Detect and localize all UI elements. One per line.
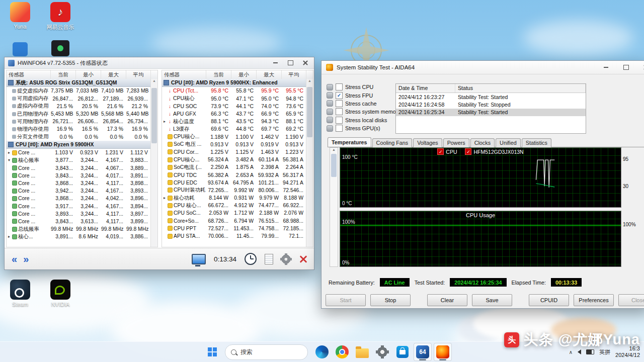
stress-option[interactable]: Stress local disks (327, 116, 394, 124)
cpuid-button[interactable]: CPUID (529, 294, 569, 306)
expand-icon[interactable]: ▾ (7, 158, 11, 162)
sensor-row[interactable]: CPU PPT72.527...11.453...74.758...72.185… (162, 225, 306, 232)
sensor-group-header[interactable]: CPU [#0]: AMD Ryzen 9 5900HX: Enhanced (162, 79, 306, 87)
sensor-row[interactable]: CPU TDC56.382 A2.653 A59.932 A56.317 A (162, 171, 306, 178)
start-button[interactable] (204, 344, 221, 360)
taskbar-icon-edge[interactable] (313, 343, 331, 361)
tab-temperatures[interactable]: Temperatures (328, 137, 371, 147)
sensor-row[interactable]: ↓L3缓存69.6 °C44.8 °C69.7 °C69.2 °C (162, 125, 306, 133)
sensor-row[interactable]: Core ...3,843...3,613...4,117...3,899... (7, 218, 151, 225)
sensor-row[interactable]: 提交虚拟内存7,375 MB7,033 MB7,410 MB7,283 MB (7, 87, 151, 95)
desktop-icon-netease-music[interactable]: ♪ 网易云音乐 (41, 2, 79, 31)
sensor-row[interactable]: Core ...3,917...3,244...4,167...3,894... (7, 202, 151, 210)
expand-icon[interactable]: ▸ (163, 119, 167, 124)
sensor-row[interactable]: Core ...3,868...3,244...4,117...3,898... (7, 179, 151, 187)
checkbox[interactable] (336, 125, 343, 132)
sensor-row[interactable]: Core ...3,843...3,244...4,017...3,891... (7, 172, 151, 179)
sensor-row[interactable]: Core+So...68.726...6.794 W76.515...68.98… (162, 217, 306, 225)
sensor-row[interactable]: CPU Cor...1.225 V1.125 V1.463 V1.223 V (162, 148, 306, 156)
hw-column-header-1[interactable]: 当前 (206, 70, 231, 79)
sensor-row[interactable]: ↓CPU (Tct...95.8 °C55.8 °C95.9 °C95.5 °C (162, 87, 306, 95)
maximize-button[interactable] (616, 61, 636, 74)
sensor-row[interactable]: CPU核心...56.324 A3.482 A60.114 A56.381 A (162, 156, 306, 163)
hw-column-header-1[interactable]: 当前 (51, 70, 76, 79)
hw-column-header-2[interactable]: 最小 (231, 70, 257, 79)
sensor-row[interactable]: SoC 电压 ...0.913 V0.913 V0.919 V0.913 V (162, 141, 306, 148)
report-icon[interactable] (265, 254, 273, 264)
sensor-row[interactable]: CPU核心...1.188 V1.100 V1.462 V1.190 V (162, 133, 306, 141)
scrollbar-thumb[interactable] (151, 88, 157, 143)
hw-column-header-3[interactable]: 最大 (257, 70, 282, 79)
checkbox[interactable] (336, 117, 343, 124)
log-column-datetime[interactable]: Date & Time (396, 84, 455, 93)
sensor-row[interactable]: SoC电流 (...2.250 A1.875 A2.398 A2.264 A (162, 163, 306, 171)
close-button[interactable] (636, 61, 644, 74)
checkbox[interactable] (336, 83, 343, 90)
scrollbar-vertical[interactable]: ▲ (150, 79, 157, 247)
tab-cooling-fans[interactable]: Cooling Fans (372, 138, 413, 147)
expand-icon[interactable]: ▸ (163, 196, 167, 200)
tab-unified[interactable]: Unified (496, 138, 521, 147)
sensor-row[interactable]: ▸Core ...1.103 V0.923 V1.231 V1.112 V (7, 149, 151, 156)
sensor-row[interactable]: 已用物理内存5,453 MB5,320 MB5,568 MB5,440 MB (7, 110, 151, 118)
sensor-row[interactable]: 可用物理内存26,721...26,606...26,854...26,734.… (7, 118, 151, 125)
minimize-button[interactable] (596, 61, 616, 74)
close-sensors-icon[interactable] (299, 254, 308, 263)
scrollbar-thumb[interactable] (331, 154, 337, 177)
sensor-row[interactable]: Core ...3,893...3,244...4,117...3,897... (7, 210, 151, 218)
taskbar-icon-file-explorer[interactable] (353, 343, 371, 361)
monitor-graph-icon[interactable] (192, 254, 206, 264)
hw-column-header-4[interactable]: 平均 (282, 70, 306, 79)
hwinfo-titlebar[interactable]: HWiNFO64 v7.72-5355 - 传感器状态 (5, 57, 314, 69)
maximize-button[interactable] (283, 58, 298, 68)
taskbar-icon-aida64[interactable] (434, 343, 452, 361)
stress-option[interactable]: Stress CPU (327, 83, 394, 91)
close-button[interactable] (298, 58, 313, 68)
expand-icon[interactable]: ▸ (7, 234, 11, 239)
sensor-row[interactable]: CPU 核心...66.672...4.912 W74.477...66.922… (162, 202, 306, 209)
sensor-row[interactable]: 可用虚拟内存26,847...26,812...27,189...26,939.… (7, 95, 151, 103)
hw-column-header-2[interactable]: 最小 (76, 70, 101, 79)
clock-icon[interactable] (245, 253, 257, 265)
stop-button[interactable]: Stop (370, 294, 411, 306)
desktop-icon-partially-hidden[interactable] (13, 42, 28, 56)
taskbar-icon-hwinfo[interactable]: 64 (414, 343, 432, 361)
taskbar-search[interactable]: 搜索 (225, 344, 308, 360)
desktop-icon-nvidia[interactable]: NVIDIA (41, 280, 79, 307)
sensor-row[interactable]: 物理内存使用16.9 %16.5 %17.3 %16.9 % (7, 125, 151, 133)
save-button[interactable]: Save (472, 294, 512, 306)
log-column-status[interactable]: Status (455, 84, 586, 93)
hw-column-header-4[interactable]: 平均 (126, 70, 151, 79)
forward-arrows-button[interactable]: » (23, 253, 28, 265)
tab-clocks[interactable]: Clocks (470, 138, 495, 147)
legend-item[interactable]: ✓HFM512GD3JX013N (465, 148, 523, 155)
log-row[interactable]: 2024/4/12 16:23:27Stability Test: Starte… (396, 93, 586, 101)
taskbar-icon-store[interactable] (393, 343, 412, 361)
sensor-group-header[interactable]: CPU [#0]: AMD Ryzen 9 5900HX (7, 141, 151, 149)
back-arrows-button[interactable]: « (12, 253, 16, 265)
speaker-icon[interactable] (578, 349, 581, 354)
tab-powers[interactable]: Powers (443, 138, 469, 147)
stress-option[interactable]: Stress system memory (327, 108, 394, 116)
stress-option[interactable]: Stress GPU(s) (327, 124, 394, 132)
legend-checkbox[interactable]: ✓ (437, 148, 444, 155)
sensor-row[interactable]: Core ...3,942...3,244...4,167...3,893... (7, 187, 151, 195)
sensor-row[interactable]: ↓APU GFX66.3 °C43.7 °C66.9 °C65.9 °C (162, 110, 306, 118)
log-row[interactable]: 2024/4/12 16:25:34Stability Test: Starte… (396, 109, 586, 116)
checkbox[interactable] (336, 108, 343, 115)
scrollbar-thumb[interactable] (307, 87, 312, 137)
hw-column-header-0[interactable]: 传感器 (7, 70, 51, 79)
tray-overflow-chevron-icon[interactable]: ∧ (569, 349, 573, 355)
battery-icon[interactable] (586, 349, 594, 354)
sensor-row[interactable]: Core ...3,868...3,244...4,042...3,896... (7, 195, 151, 202)
stress-option[interactable]: Stress cache (327, 100, 394, 108)
desktop-icon-steam[interactable]: Steam (1, 280, 39, 307)
taskbar-icon-settings[interactable] (373, 343, 391, 361)
taskbar-icon-chrome[interactable] (333, 343, 351, 361)
legend-checkbox[interactable]: ✓ (465, 148, 471, 155)
clear-button[interactable]: Clear (427, 294, 467, 306)
sensor-row[interactable]: APU STA...70.006...11.45...79.99...72.1.… (162, 232, 306, 240)
sensor-row[interactable]: ▾核心频率3,877...3,244...4,167...3,883... (7, 156, 151, 164)
sensor-row[interactable]: CPU封装功耗72.265...9.992 W80.006...72.546..… (162, 187, 306, 194)
hw-column-header-0[interactable]: 传感器 (162, 70, 206, 79)
